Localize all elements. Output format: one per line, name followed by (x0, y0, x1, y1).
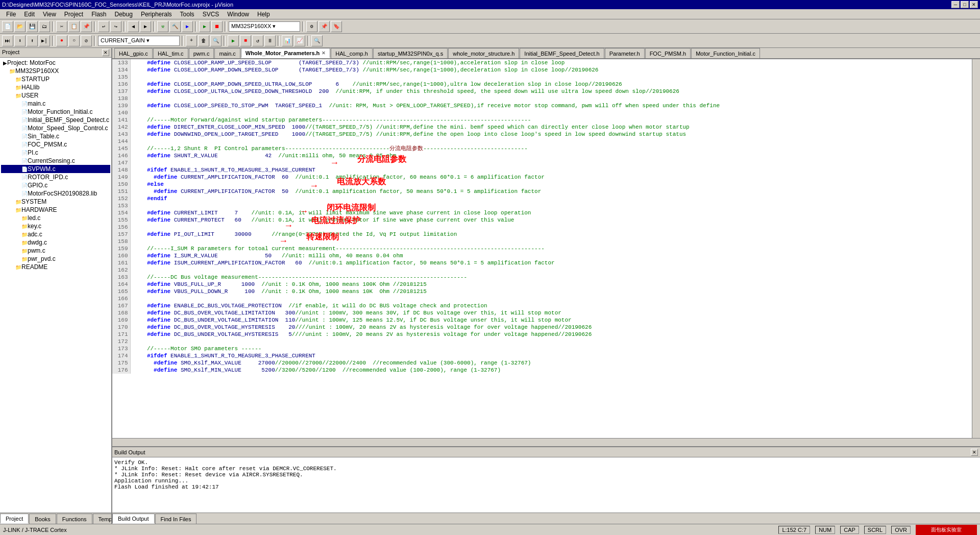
line-code[interactable] (130, 266, 972, 274)
line-code[interactable]: #else (130, 181, 972, 188)
file-tab-startup-MM32SPIN0x-q-s[interactable]: startup_MM32SPIN0x_q.s (373, 48, 448, 58)
tree-item-PI-c[interactable]: 📄 PI.c (1, 149, 110, 157)
tree-item-FOC-PMSM-c[interactable]: 📄 FOC_PMSM.c (1, 140, 110, 149)
target-dropdown[interactable]: MM32SP160XX ▾ (229, 21, 300, 32)
line-code[interactable]: #define CLOSE_LOOP_RAMP_UP_SPEED_SLOP (T… (130, 59, 972, 66)
tree-item-README[interactable]: 📁 README (1, 263, 110, 271)
menu-window[interactable]: Window (223, 10, 253, 19)
breakpoint-btn[interactable]: ● (56, 35, 67, 46)
line-code[interactable]: #define CURRENT_LIMIT 7 //unit: 0.1A, it… (130, 209, 972, 216)
menu-help[interactable]: Help (253, 10, 274, 19)
debug-stop-btn[interactable]: ⏹ (211, 21, 223, 32)
clear-bp-btn[interactable]: ○ (68, 35, 80, 46)
file-tab-Initial-BEMF-Speed-Detect-h[interactable]: Initial_BEMF_Speed_Detect.h (520, 48, 604, 58)
line-code[interactable]: #define DC_BUS_OVER_VOLTAGE_LIMITATION 3… (130, 309, 972, 317)
file-tab-HAL-gpio-c[interactable]: HAL_gpio.c (114, 48, 153, 58)
line-code[interactable]: #define PI_OUT_LIMIT 30000 //range(0~327… (130, 231, 972, 238)
line-code[interactable]: #define CURRENT_AMPLIFICATION_FACTOR 60 … (130, 174, 972, 181)
project-tab-functions[interactable]: Functions (57, 514, 92, 524)
line-code[interactable] (130, 95, 972, 102)
line-code[interactable] (130, 338, 972, 345)
menu-flash[interactable]: Flash (87, 10, 110, 19)
tree-item-dwdg-c[interactable]: 📁 dwdg.c (1, 238, 110, 247)
menu-project[interactable]: Project (60, 10, 87, 19)
open-file-btn[interactable]: 📂 (14, 21, 26, 32)
file-tab-main-c[interactable]: main.c (214, 48, 240, 58)
new-file-btn[interactable]: 📄 (2, 21, 13, 32)
line-code[interactable]: #define CURRENT_AMPLIFICATION_FACTOR 50 … (130, 188, 972, 195)
watch-clear-btn[interactable]: 🗑 (198, 35, 209, 46)
menu-tools[interactable]: Tools (176, 10, 199, 19)
run-btn[interactable]: ▶ (228, 35, 239, 46)
tree-item-main-c[interactable]: 📄 main.c (1, 100, 110, 108)
tree-item-CurrentSensing-c[interactable]: 📄 CurrentSensing.c (1, 157, 110, 165)
build-output-close[interactable]: ✕ (971, 449, 978, 456)
project-tab-project[interactable]: Project (0, 514, 29, 524)
line-code[interactable] (130, 202, 972, 209)
tree-item-key-c[interactable]: 📁 key.c (1, 222, 110, 230)
line-code[interactable]: #define VBUS_PULL_DOWN_R 100 //unit : 0.… (130, 288, 972, 295)
line-code[interactable]: #endif (130, 195, 972, 202)
disable-bp-btn[interactable]: ⊘ (81, 35, 92, 46)
copy-btn[interactable]: 📋 (68, 21, 80, 32)
save-all-btn[interactable]: 🗂 (39, 21, 50, 32)
line-code[interactable]: #define CLOSE_LOOP_ULTRA_LOW_SPEED_DOWN_… (130, 88, 972, 95)
menu-view[interactable]: View (39, 10, 60, 19)
nav-back-btn[interactable]: ◀ (128, 21, 139, 32)
line-code[interactable]: //-----DC Bus voltage measurement-------… (130, 274, 972, 281)
tree-item-HALlib[interactable]: 📁 HALlib (1, 83, 110, 91)
line-code[interactable] (130, 159, 972, 166)
tree-item-Sin-Table-c[interactable]: 📄 Sin_Table.c (1, 132, 110, 140)
line-code[interactable]: //-----I_SUM R parameters for totoal cur… (130, 245, 972, 252)
line-code[interactable]: #define CURRENT_PROTECT 60 //unit: 0.1A,… (130, 216, 972, 224)
zoom-btn[interactable]: 🔍 (311, 35, 323, 46)
peripheral-btn[interactable]: 📊 (282, 35, 293, 46)
line-code[interactable]: #define SMO_Kslf_MAX_VALUE 27000//20000/… (130, 359, 972, 367)
undo-btn[interactable]: ↩ (98, 21, 109, 32)
line-code[interactable]: #define CLOSE_LOOP_RAMP_DOWN_SPEED_ULTRA… (130, 81, 972, 88)
watch-dropdown[interactable]: CURRENT_GAIN ▾ (98, 36, 180, 46)
tree-item-Initial-BEMF-Speed-Detect-c[interactable]: 📄 Initial_BEMF_Speed_Detect.c (1, 116, 110, 124)
trace-btn[interactable]: 📈 (294, 35, 305, 46)
file-tab-Motor-Function-Initial-c[interactable]: Motor_Function_Initial.c (691, 48, 760, 58)
file-tab-Parameter-h[interactable]: Parameter.h (605, 48, 645, 58)
step-over-btn[interactable]: ⏭ (2, 35, 13, 46)
build-btn[interactable]: ⚒ (157, 21, 168, 32)
file-tab-Whole-Motor-Parameters-h[interactable]: Whole_Motor_Parameters.h✕ (241, 48, 330, 58)
tree-item-pwm-c[interactable]: 📁 pwm.c (1, 247, 110, 255)
project-tab-templates[interactable]: Templates (93, 514, 112, 524)
tree-item-SVPWM-c[interactable]: 📄 SVPWM.c (1, 165, 110, 173)
menu-svcs[interactable]: SVCS (199, 10, 224, 19)
pin-btn[interactable]: 📌 (318, 21, 330, 32)
menu-file[interactable]: File (2, 10, 20, 19)
tree-item-Project--MotorFoc[interactable]: ▶ Project: MotorFoc (1, 59, 110, 67)
tree-item-adc-c[interactable]: 📁 adc.c (1, 230, 110, 238)
line-code[interactable]: #define DC_BUS_UNDER_VOLTAGE_LIMITATION … (130, 317, 972, 324)
line-code[interactable]: #define DC_BUS_UNDER_VOLTAGE_HYSTERESIS … (130, 331, 972, 338)
redo-btn[interactable]: ↪ (110, 21, 121, 32)
tree-item-MotorFocSH20190828-lib[interactable]: 📄 MotorFocSH20190828.lib (1, 189, 110, 198)
line-code[interactable]: //-----1,2 Shunt R PI Control parameters… (130, 145, 972, 152)
line-code[interactable]: #ifdef ENABLE_1_SHUNT_R_TO_MEASURE_3_PHA… (130, 352, 972, 359)
tree-item-USER[interactable]: 📁 USER (1, 91, 110, 100)
line-code[interactable]: #define VBUS_FULL_UP_R 1000 //unit : 0.1… (130, 281, 972, 288)
search-btn[interactable]: 🔍 (210, 35, 222, 46)
menu-edit[interactable]: Edit (20, 10, 39, 19)
load-btn[interactable]: ▶ (182, 21, 193, 32)
line-code[interactable] (130, 74, 972, 81)
file-tab-pwm-c[interactable]: pwm.c (189, 48, 214, 58)
options-btn[interactable]: ⚙ (306, 21, 317, 32)
run-to-cursor-btn[interactable]: ▶| (39, 35, 50, 46)
line-code[interactable]: #define I_SUM_R_VALUE 50 //unit: milli o… (130, 252, 972, 259)
file-tab-HAL-tim-c[interactable]: HAL_tim.c (153, 48, 188, 58)
menu-peripherals[interactable]: Peripherals (137, 10, 176, 19)
tree-item-Motor-Function-Initial-c[interactable]: 📄 Motor_Function_Initial.c (1, 108, 110, 116)
project-panel-close[interactable]: ✕ (102, 49, 109, 56)
line-code[interactable]: //-----Motor Forward/against wind startu… (130, 116, 972, 124)
line-code[interactable]: #define DC_BUS_OVER_VOLTAGE_HYSTERESIS 2… (130, 324, 972, 331)
line-code[interactable] (130, 295, 972, 302)
tree-item-STARTUP[interactable]: 📁 STARTUP (1, 75, 110, 83)
file-tab-whole-motor-structure-h[interactable]: whole_motor_structure.h (448, 48, 519, 58)
editor-scrollbar[interactable] (972, 59, 980, 438)
nav-fwd-btn[interactable]: ▶ (140, 21, 151, 32)
